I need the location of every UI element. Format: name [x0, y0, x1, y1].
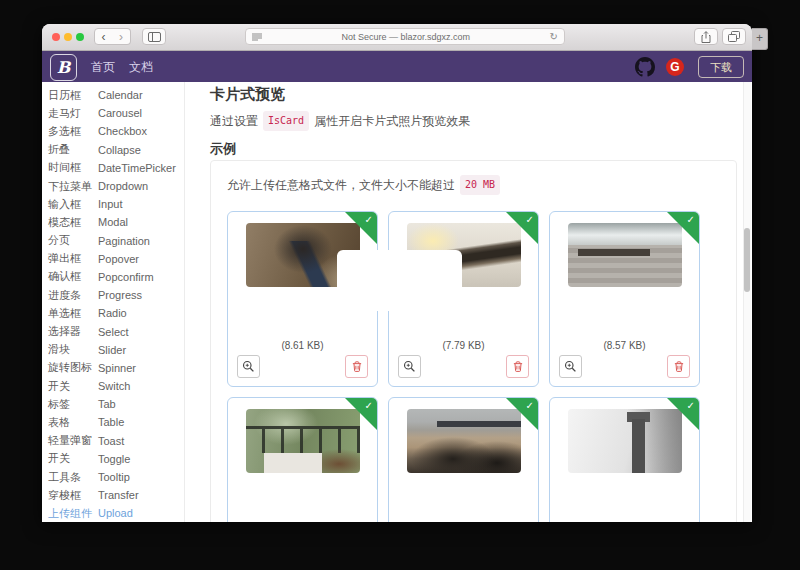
sidebar-item-zh-label: 旋转图标 — [48, 360, 98, 375]
scrollbar-thumb[interactable] — [744, 228, 750, 292]
download-button[interactable]: 下载 — [698, 56, 744, 78]
sidebar-item-en-label: Dropdown — [98, 180, 148, 192]
share-icon — [701, 31, 711, 43]
check-icon: ✓ — [365, 215, 373, 225]
tab-overview-button[interactable] — [722, 28, 746, 45]
gitee-icon: G — [670, 60, 679, 74]
card-footer — [559, 355, 690, 378]
sidebar-item-en-label: Upload — [98, 507, 133, 519]
sidebar-item-zh-label: 工具条 — [48, 470, 98, 485]
minimize-window-button[interactable] — [64, 33, 72, 41]
sidebar-item-carousel[interactable]: 走马灯 Carousel — [42, 104, 184, 122]
nav-docs[interactable]: 文档 — [129, 59, 153, 76]
sidebar-item-popconfirm[interactable]: 确认框 Popconfirm — [42, 268, 184, 286]
sidebar-item-popover[interactable]: 弹出框 Popover — [42, 250, 184, 268]
sidebar-item-collapse[interactable]: 折叠 Collapse — [42, 141, 184, 159]
sidebar-item-calendar[interactable]: 日历框 Calendar — [42, 86, 184, 104]
github-icon — [635, 57, 655, 77]
preview-zoom-button[interactable] — [398, 355, 421, 378]
sidebar-item-toast[interactable]: 轻量弹窗 Toast — [42, 432, 184, 450]
sidebar-item-zh-label: 输入框 — [48, 197, 98, 212]
trash-icon — [351, 360, 363, 373]
photo-thumbnail-statue-of-liberty — [568, 409, 682, 473]
sidebar-item-modal[interactable]: 模态框 Modal — [42, 213, 184, 231]
browser-window: ‹ › Not Secure — blazor.sdgxz.com ↻ B 首页… — [42, 24, 752, 522]
sidebar-item-toggle[interactable]: 开关 Toggle — [42, 450, 184, 468]
sidebar-item-checkbox[interactable]: 多选框 Checkbox — [42, 122, 184, 140]
preview-zoom-button[interactable] — [559, 355, 582, 378]
back-button[interactable]: ‹ — [94, 28, 113, 45]
check-icon: ✓ — [365, 401, 373, 411]
sidebar-item-zh-label: 分页 — [48, 233, 98, 248]
sidebar-item-tab[interactable]: 标签 Tab — [42, 395, 184, 413]
app-header: B 首页 文档 G 下载 — [42, 51, 752, 83]
github-link[interactable] — [635, 57, 655, 77]
sidebar-item-zh-label: 标签 — [48, 397, 98, 412]
sidebar-item-tooltip[interactable]: 工具条 Tooltip — [42, 468, 184, 486]
address-bar[interactable]: Not Secure — blazor.sdgxz.com ↻ — [245, 28, 565, 45]
sidebar-item-en-label: Transfer — [98, 489, 139, 501]
sidebar-item-zh-label: 下拉菜单 — [48, 179, 98, 194]
delete-button[interactable] — [667, 355, 690, 378]
delete-button[interactable] — [506, 355, 529, 378]
sidebar-item-en-label: Spinner — [98, 362, 136, 374]
sidebar-item-radio[interactable]: 单选框 Radio — [42, 304, 184, 322]
sidebar-item-zh-label: 选择器 — [48, 324, 98, 339]
sidebar-item-upload[interactable]: 上传组件 Upload — [42, 504, 184, 522]
sidebar-toggle-button[interactable] — [142, 28, 166, 45]
forward-button[interactable]: › — [112, 28, 131, 45]
sidebar-icon — [148, 32, 161, 42]
sidebar-item-progress[interactable]: 进度条 Progress — [42, 286, 184, 304]
photo-thumbnail-pier-bench — [568, 223, 682, 287]
description-suffix: 属性开启卡片式照片预览效果 — [314, 113, 470, 129]
sidebar-item-en-label: Tooltip — [98, 471, 130, 483]
share-button[interactable] — [694, 28, 718, 45]
sidebar-item-dropdown[interactable]: 下拉菜单 Dropdown — [42, 177, 184, 195]
sidebar-item-en-label: Popconfirm — [98, 271, 154, 283]
delete-button[interactable] — [345, 355, 368, 378]
sidebar-item-transfer[interactable]: 穿梭框 Transfer — [42, 486, 184, 504]
sidebar-item-zh-label: 穿梭框 — [48, 488, 98, 503]
nav-home[interactable]: 首页 — [91, 59, 115, 76]
card-footer — [237, 355, 368, 378]
sidebar-item-en-label: Input — [98, 198, 122, 210]
reload-icon[interactable]: ↻ — [550, 32, 558, 42]
component-sidebar: 日历框 Calendar 走马灯 Carousel 多选框 Checkbox — [42, 82, 185, 522]
sidebar-item-pagination[interactable]: 分页 Pagination — [42, 232, 184, 250]
upload-card-statue-of-liberty: ✓ — [549, 397, 700, 522]
sidebar-item-en-label: DateTimePicker — [98, 162, 176, 174]
sidebar-item-slider[interactable]: 滑块 Slider — [42, 341, 184, 359]
preview-zoom-button[interactable] — [237, 355, 260, 378]
sidebar-item-en-label: Calendar — [98, 89, 143, 101]
example-heading: 示例 — [210, 141, 752, 157]
sidebar-item-en-label: Tab — [98, 398, 116, 410]
sidebar-item-input[interactable]: 输入框 Input — [42, 195, 184, 213]
gitee-link[interactable]: G — [666, 58, 684, 76]
new-tab-button[interactable]: + — [752, 28, 768, 50]
sidebar-item-zh-label: 折叠 — [48, 142, 98, 157]
file-size-label: (8.57 KB) — [550, 340, 699, 351]
sidebar-item-table[interactable]: 表格 Table — [42, 413, 184, 431]
sidebar-item-select[interactable]: 选择器 Select — [42, 322, 184, 340]
sidebar-item-en-label: Switch — [98, 380, 130, 392]
sidebar-item-en-label: Progress — [98, 289, 142, 301]
trash-icon — [512, 360, 524, 373]
file-size-label: (7.79 KB) — [389, 340, 538, 351]
sidebar-item-en-label: Slider — [98, 344, 126, 356]
sidebar-item-en-label: Collapse — [98, 144, 141, 156]
close-window-button[interactable] — [52, 33, 60, 41]
description: 通过设置 IsCard 属性开启卡片式照片预览效果 — [210, 111, 752, 131]
main-content: 卡片式预览 通过设置 IsCard 属性开启卡片式照片预览效果 示例 允许上传任… — [185, 82, 752, 522]
tabs-icon — [728, 31, 740, 42]
sidebar-item-datetimepicker[interactable]: 时间框 DateTimePicker — [42, 159, 184, 177]
sidebar-item-zh-label: 开关 — [48, 451, 98, 466]
page-scrollbar — [743, 82, 751, 522]
brand-logo[interactable]: B — [50, 54, 77, 81]
upload-card-balcony-plants: ✓ — [227, 397, 378, 522]
sidebar-item-spinner[interactable]: 旋转图标 Spinner — [42, 359, 184, 377]
upload-hint-text: 允许上传任意格式文件，文件大小不能超过 — [227, 177, 455, 193]
sidebar-item-switch[interactable]: 开关 Switch — [42, 377, 184, 395]
zoom-window-button[interactable] — [76, 33, 84, 41]
magnifier-plus-icon — [242, 360, 255, 373]
url-text: Not Secure — blazor.sdgxz.com — [262, 32, 550, 42]
